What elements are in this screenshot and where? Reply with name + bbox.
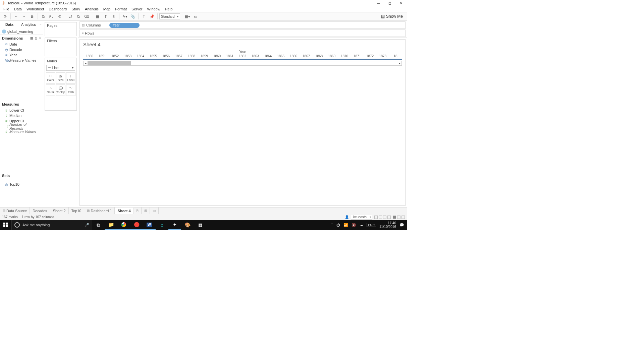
field-number-of-records[interactable]: =#Number of Records bbox=[0, 124, 43, 129]
rows-shelf[interactable]: ≡Rows bbox=[79, 29, 406, 37]
pages-card[interactable]: Pages bbox=[45, 22, 77, 36]
chrome-icon[interactable] bbox=[117, 220, 130, 230]
calculator-icon[interactable]: ▦ bbox=[194, 220, 207, 230]
scroll-thumb[interactable] bbox=[88, 61, 131, 65]
tray-volume-icon[interactable]: 🔇 bbox=[352, 223, 356, 227]
new-story-button[interactable]: ▭ bbox=[150, 207, 159, 214]
pane-pin-icon[interactable]: ÷ bbox=[38, 21, 43, 28]
start-button[interactable] bbox=[0, 223, 11, 227]
mark-path[interactable]: 〜Path bbox=[66, 84, 75, 96]
menu-dashboard[interactable]: Dashboard bbox=[47, 6, 69, 12]
close-button[interactable]: ✕ bbox=[395, 0, 407, 6]
menu-worksheet[interactable]: Worksheet bbox=[24, 6, 46, 12]
mark-type-dropdown[interactable]: 〰 Line▾ bbox=[46, 65, 75, 71]
start-icon[interactable]: ⟳ bbox=[1, 13, 9, 20]
view-mode-icons[interactable] bbox=[374, 216, 391, 219]
dimensions-controls[interactable]: ▦ ⍰ ▾ bbox=[30, 37, 42, 40]
mark-detail[interactable]: ⁘Detail bbox=[46, 84, 55, 96]
rows-icon: ≡ bbox=[82, 32, 84, 35]
new-dashboard-button[interactable]: ⊞ bbox=[142, 207, 150, 214]
group-icon[interactable]: 📎 bbox=[129, 13, 137, 20]
datasource-row[interactable]: global_warming bbox=[0, 28, 43, 35]
tray-power-icon[interactable]: ⏻ bbox=[336, 223, 340, 227]
new-worksheet-icon[interactable]: ⎘▾ bbox=[48, 13, 55, 20]
autoupdate-icon[interactable]: ▦ bbox=[94, 13, 101, 20]
user-dropdown[interactable]: keucosta bbox=[351, 215, 372, 220]
menu-file[interactable]: File bbox=[1, 6, 11, 12]
menu-server[interactable]: Server bbox=[129, 6, 144, 12]
minimize-button[interactable]: — bbox=[373, 0, 384, 6]
menu-format[interactable]: Format bbox=[113, 6, 129, 12]
presentation-icon[interactable]: ▭ bbox=[192, 13, 199, 20]
menu-window[interactable]: Window bbox=[145, 6, 162, 12]
scroll-left-icon[interactable]: ◂ bbox=[84, 62, 88, 65]
tab-datasource[interactable]: ⊞Data Source bbox=[0, 207, 30, 214]
mark-tooltip[interactable]: 💬Tooltip bbox=[56, 84, 65, 96]
scroll-right-icon[interactable]: ▸ bbox=[397, 62, 401, 65]
tray-chevron-icon[interactable]: ˄ bbox=[331, 223, 333, 227]
paint-icon[interactable]: 🎨 bbox=[181, 220, 194, 230]
new-datasource-icon[interactable]: ⧉ bbox=[40, 13, 47, 20]
app-icon[interactable]: 🔴 bbox=[130, 220, 143, 230]
tab-analytics[interactable]: Analytics bbox=[19, 21, 38, 28]
columns-shelf[interactable]: ▥Columns Year bbox=[79, 21, 406, 29]
word-icon[interactable]: W bbox=[143, 220, 156, 230]
field-decade[interactable]: ◔Decade bbox=[0, 47, 43, 52]
view-mode-icons-2[interactable] bbox=[393, 216, 405, 219]
tab-dashboard1[interactable]: ⊞Dashboard 1 bbox=[84, 207, 115, 214]
tab-data[interactable]: Data bbox=[0, 21, 19, 28]
tab-sheet4[interactable]: Sheet 4 bbox=[115, 207, 133, 214]
sort-asc-icon[interactable]: ⬆ bbox=[102, 13, 109, 20]
tab-sheet2[interactable]: Sheet 2 bbox=[50, 207, 69, 214]
tray-drive-icon[interactable]: ☁ bbox=[360, 223, 363, 227]
highlight-icon[interactable]: ✎▾ bbox=[121, 13, 128, 20]
taskview-icon[interactable]: ⧉ bbox=[92, 220, 105, 230]
cards-icon[interactable]: ▦▾ bbox=[184, 13, 191, 20]
field-date[interactable]: ⧈Date bbox=[0, 42, 43, 47]
save-button[interactable]: 🗎 bbox=[29, 13, 36, 20]
field-measure-names[interactable]: AbcMeasure Names bbox=[0, 58, 43, 63]
tray-lang-icon[interactable]: POR bbox=[367, 223, 376, 227]
sheet-title[interactable]: Sheet 4 bbox=[80, 40, 405, 49]
maximize-button[interactable]: ◻ bbox=[384, 0, 395, 6]
mark-label[interactable]: TLabel bbox=[66, 72, 75, 84]
pin-icon[interactable]: 📌 bbox=[148, 13, 156, 20]
show-me-button[interactable]: ▤ Show Me bbox=[381, 14, 406, 19]
refresh-icon[interactable]: ⟲ bbox=[56, 13, 63, 20]
tab-top10[interactable]: Top10 bbox=[69, 207, 85, 214]
duplicate-icon[interactable]: ⧉ bbox=[75, 13, 82, 20]
pill-year[interactable]: Year bbox=[109, 23, 140, 28]
edge-icon[interactable]: e bbox=[156, 220, 168, 230]
horizontal-scrollbar[interactable]: ◂ ▸ bbox=[83, 61, 402, 66]
back-button[interactable]: ← bbox=[12, 13, 20, 20]
tray-clock[interactable]: 17:40 11/10/2016 bbox=[379, 221, 396, 229]
taskbar-search[interactable]: Ask me anything 🎤 bbox=[11, 220, 92, 230]
swap-icon[interactable]: ⇄ bbox=[67, 13, 74, 20]
measures-header: Measures bbox=[0, 101, 43, 108]
field-year[interactable]: #Year bbox=[0, 52, 43, 58]
menu-data[interactable]: Data bbox=[12, 6, 24, 12]
sort-desc-icon[interactable]: ⬇ bbox=[110, 13, 117, 20]
tableau-taskbar-icon[interactable]: ✦ bbox=[168, 220, 181, 230]
set-top10[interactable]: ◎Top10 bbox=[0, 182, 43, 187]
menu-map[interactable]: Map bbox=[101, 6, 112, 12]
fit-dropdown[interactable]: Standard▾ bbox=[159, 13, 180, 19]
menu-analysis[interactable]: Analysis bbox=[83, 6, 101, 12]
field-median[interactable]: #Median bbox=[0, 113, 43, 118]
tray-notifications-icon[interactable]: 💬 bbox=[399, 223, 404, 227]
mark-size[interactable]: ◔Size bbox=[56, 72, 65, 84]
tray-wifi-icon[interactable]: 📶 bbox=[343, 223, 348, 227]
clear-icon[interactable]: ⌫ bbox=[83, 13, 90, 20]
menu-help[interactable]: Help bbox=[163, 6, 175, 12]
explorer-icon[interactable]: 📁 bbox=[105, 220, 117, 230]
forward-button[interactable]: → bbox=[20, 13, 28, 20]
menu-story[interactable]: Story bbox=[69, 6, 82, 12]
field-lower-ci[interactable]: #Lower CI bbox=[0, 108, 43, 113]
tab-decades[interactable]: Decades bbox=[30, 207, 50, 214]
mic-icon[interactable]: 🎤 bbox=[85, 223, 89, 227]
mark-color[interactable]: ⸬Color bbox=[46, 72, 55, 84]
axis-year-label: 1864 bbox=[262, 54, 274, 58]
new-sheet-button[interactable]: ⎘ bbox=[134, 207, 142, 214]
labels-icon[interactable]: T bbox=[140, 13, 148, 20]
filters-card[interactable]: Filters bbox=[45, 38, 77, 56]
